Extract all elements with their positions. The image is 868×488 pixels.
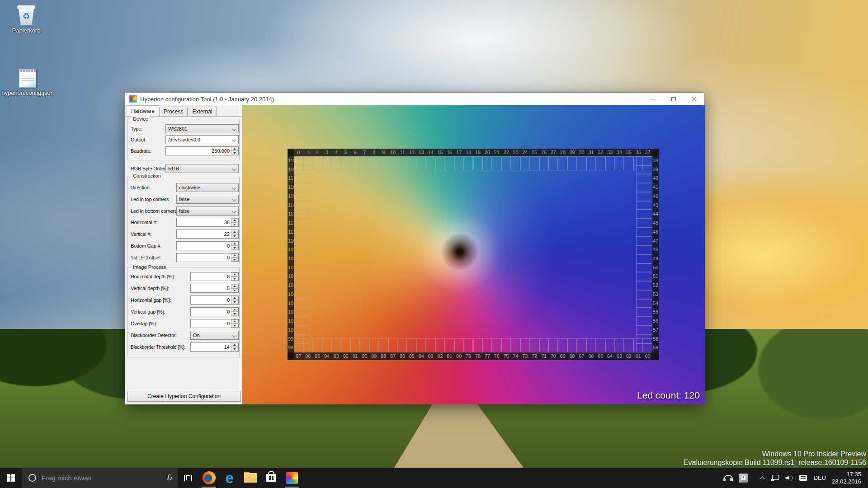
taskbar-file-explorer[interactable]: [240, 468, 261, 488]
spin-up-button[interactable]: [231, 343, 238, 347]
led-index-label: 69: [558, 352, 567, 360]
desktop-icon-label: hyperion.config.json: [1, 89, 54, 96]
horizontal-count-input[interactable]: 38: [176, 218, 239, 227]
led-cell: [548, 156, 558, 170]
tray-app[interactable]: [736, 468, 751, 488]
first-led-offset-input[interactable]: 0: [176, 253, 239, 262]
tab-process[interactable]: Process: [159, 107, 188, 116]
spin-down-button[interactable]: [231, 324, 238, 328]
spin-up-button[interactable]: [231, 284, 238, 288]
spinner: [231, 230, 238, 238]
led-index-label: 61: [633, 352, 643, 360]
selected-value: WS2801: [168, 126, 187, 131]
microphone-icon[interactable]: [167, 474, 171, 482]
tray-headphones[interactable]: [720, 468, 736, 488]
tray-overflow-button[interactable]: [751, 468, 768, 488]
led-index-label: 66: [586, 352, 596, 360]
led-cell: [558, 338, 567, 352]
chevron-down-icon: [232, 333, 236, 338]
spin-down-button[interactable]: [231, 300, 238, 304]
tab-hardware[interactable]: Hardware: [127, 105, 159, 116]
blackborder-threshold-input[interactable]: 14: [190, 343, 239, 352]
spin-up-button[interactable]: [231, 230, 238, 234]
baudrate-input[interactable]: 250.000: [165, 146, 239, 155]
tray-notifications[interactable]: [796, 468, 810, 488]
start-button[interactable]: [0, 468, 22, 488]
spin-down-button[interactable]: [231, 288, 238, 292]
field-value: 250.000: [166, 147, 231, 155]
output-select[interactable]: /dev/spidev0.0: [165, 135, 239, 144]
maximize-button[interactable]: [663, 93, 684, 105]
vertical-count-input[interactable]: 22: [176, 230, 239, 239]
led-top-corners-select[interactable]: false: [176, 195, 239, 204]
tray-language[interactable]: DEU: [810, 468, 829, 488]
tab-external[interactable]: External: [188, 107, 217, 116]
spin-up-button[interactable]: [231, 272, 238, 277]
cortana-search-box[interactable]: Frag mich etwas: [22, 468, 178, 488]
spin-up-button[interactable]: [231, 308, 238, 312]
field-value: 0: [191, 308, 231, 316]
vertical-depth-input[interactable]: 5: [190, 284, 239, 293]
spin-down-button[interactable]: [231, 151, 238, 155]
led-cell: [586, 338, 596, 352]
horizontal-gap-input[interactable]: 0: [190, 296, 239, 305]
led-index-label: 33: [605, 149, 615, 156]
horizontal-count-label: Horizontal #:: [131, 220, 157, 225]
minimize-button[interactable]: [643, 93, 663, 105]
tray-clock[interactable]: 17:35 23.02.2016: [829, 471, 866, 485]
spinner: [231, 242, 238, 250]
device-type-select[interactable]: WS2801: [165, 124, 239, 133]
led-bottom-corners-select[interactable]: false: [176, 206, 239, 216]
overlap-input[interactable]: 0: [190, 319, 239, 328]
led-preview: 0123456789101112131415161718192021222324…: [242, 105, 705, 404]
type-label: Type:: [131, 126, 142, 131]
horizontal-depth-input[interactable]: 8: [190, 272, 239, 281]
desktop-icon-hyperion-config[interactable]: hyperion.config.json: [1, 69, 54, 96]
led-cell: [445, 156, 454, 170]
task-view-button[interactable]: [178, 468, 198, 488]
led-index-label: 59: [652, 343, 659, 352]
led-cell: [331, 338, 341, 352]
taskbar-firefox[interactable]: [198, 468, 219, 488]
create-configuration-button[interactable]: Create Hyperion Configuration: [127, 391, 241, 402]
titlebar[interactable]: Hyperion configuration Tool (1.0 - Janua…: [125, 93, 704, 105]
led-cell: [636, 281, 652, 290]
spin-up-button[interactable]: [231, 242, 238, 246]
led-cell: [360, 338, 369, 352]
desktop-icon-label: Papierkorb: [9, 27, 44, 34]
vertical-gap-input[interactable]: 0: [190, 307, 239, 316]
led-index-label: 58: [652, 335, 659, 344]
spin-up-button[interactable]: [231, 218, 238, 222]
spin-down-button[interactable]: [231, 234, 238, 238]
bottom-gap-input[interactable]: 0: [176, 241, 239, 250]
tray-network[interactable]: [768, 468, 782, 488]
blackborder-detector-select[interactable]: On: [190, 331, 239, 340]
spin-down-button[interactable]: [231, 258, 238, 262]
spin-down-button[interactable]: [231, 246, 238, 250]
spin-up-button[interactable]: [231, 319, 238, 324]
spin-down-button[interactable]: [231, 222, 238, 226]
close-button[interactable]: [684, 93, 704, 105]
led-cell: [577, 338, 586, 352]
led-cell: [294, 156, 310, 165]
spin-down-button[interactable]: [231, 347, 238, 351]
led-cell: [294, 237, 310, 246]
taskbar-hyperion[interactable]: [282, 468, 302, 488]
spin-down-button[interactable]: [231, 277, 238, 281]
led-index-label: 20: [482, 149, 492, 156]
show-desktop-button[interactable]: [866, 468, 868, 488]
spin-up-button[interactable]: [231, 147, 238, 151]
led-cell: [636, 165, 652, 174]
rgb-byte-order-select[interactable]: RGB: [165, 164, 239, 173]
direction-select[interactable]: clockwise: [176, 183, 239, 192]
spin-down-button[interactable]: [231, 312, 238, 316]
led-index-label: 67: [577, 352, 586, 360]
led-cell: [636, 335, 652, 344]
taskbar-store[interactable]: [261, 468, 282, 488]
spin-up-button[interactable]: [231, 296, 238, 300]
spin-up-button[interactable]: [231, 253, 238, 258]
led-index-label: 36: [633, 149, 643, 156]
desktop-icon-recycle-bin[interactable]: ♻ Papierkorb: [9, 5, 44, 34]
taskbar-edge[interactable]: e: [219, 468, 240, 488]
tray-volume[interactable]: [782, 468, 796, 488]
